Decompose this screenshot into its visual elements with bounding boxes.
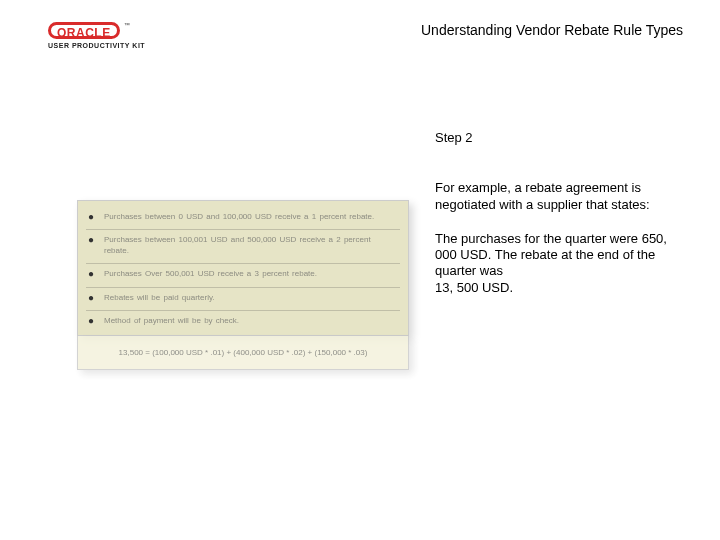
list-item-text: Purchases between 0 USD and 100,000 USD … xyxy=(104,212,374,222)
step-label: Step 2 xyxy=(435,130,671,146)
paragraph-result: The purchases for the quarter were 650, … xyxy=(435,231,671,296)
logo-brand-text: ORACLE xyxy=(57,26,111,40)
logo-tm: ™ xyxy=(124,22,130,28)
list-item: ● Purchases between 0 USD and 100,000 US… xyxy=(86,207,400,230)
list-item-text: Method of payment will be by check. xyxy=(104,316,239,326)
list-item: ● Purchases between 100,001 USD and 500,… xyxy=(86,230,400,264)
paragraph-result-amount: 13, 500 USD. xyxy=(435,280,513,295)
list-item: ● Purchases Over 500,001 USD receive a 3… xyxy=(86,264,400,287)
bullet-icon: ● xyxy=(88,212,96,221)
logo-subtitle: USER PRODUCTIVITY KIT xyxy=(48,42,188,49)
bullet-icon: ● xyxy=(88,293,96,302)
bullet-icon: ● xyxy=(88,316,96,325)
bullet-icon: ● xyxy=(88,235,96,244)
step-content: Step 2 For example, a rebate agreement i… xyxy=(435,130,671,296)
logo-brand-row: ORACLE ™ xyxy=(48,22,188,39)
logo-pill: ORACLE xyxy=(48,22,120,39)
paragraph-result-text: The purchases for the quarter were 650, … xyxy=(435,231,667,279)
list-item: ● Rebates will be paid quarterly. xyxy=(86,288,400,311)
rebate-formula: 13,500 = (100,000 USD * .01) + (400,000 … xyxy=(77,336,409,370)
bullet-icon: ● xyxy=(88,269,96,278)
paragraph-intro: For example, a rebate agreement is negot… xyxy=(435,180,671,213)
oracle-logo: ORACLE ™ USER PRODUCTIVITY KIT xyxy=(48,22,188,49)
rebate-panel: ● Purchases between 0 USD and 100,000 US… xyxy=(77,200,409,370)
list-item-text: Purchases between 100,001 USD and 500,00… xyxy=(104,235,398,256)
list-item-text: Purchases Over 500,001 USD receive a 3 p… xyxy=(104,269,317,279)
list-item-text: Rebates will be paid quarterly. xyxy=(104,293,215,303)
list-item: ● Method of payment will be by check. xyxy=(86,311,400,333)
rebate-rules-list: ● Purchases between 0 USD and 100,000 US… xyxy=(77,200,409,336)
page-title: Understanding Vendor Rebate Rule Types xyxy=(421,22,683,38)
